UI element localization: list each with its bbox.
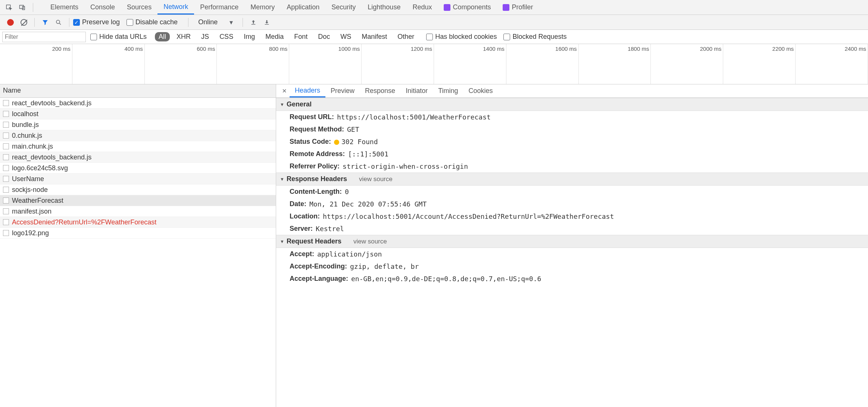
clear-button[interactable] [19,17,29,28]
timeline-tick: 400 ms [124,46,143,52]
record-button[interactable] [5,17,16,28]
throttle-select[interactable]: Online ▾ [195,18,236,27]
request-name: bundle.js [12,121,39,129]
response-headers-section[interactable]: ▼ Response Headers view source [276,173,868,186]
network-toolbar: ✓ Preserve log Disable cache Online ▾ [0,15,868,30]
request-row[interactable]: logo192.png [0,228,276,239]
view-source-link[interactable]: view source [359,175,393,183]
type-pill-all[interactable]: All [155,32,170,41]
request-url-key: Request URL: [290,113,334,121]
type-pill-xhr[interactable]: XHR [173,32,194,41]
request-row[interactable]: UserName [0,174,276,184]
close-icon[interactable]: × [279,87,290,95]
preserve-log-checkbox[interactable]: ✓ Preserve log [73,18,120,26]
type-pill-css[interactable]: CSS [216,32,237,41]
hide-data-urls-checkbox[interactable]: Hide data URLs [90,33,147,41]
blocked-requests-label: Blocked Requests [512,33,566,41]
svg-rect-5 [265,24,269,24]
detail-tab-response[interactable]: Response [360,84,400,97]
tab-console[interactable]: Console [84,0,121,15]
tab-profiler-label: Profiler [512,3,533,11]
separator [69,18,69,27]
request-row[interactable]: react_devtools_backend.js [0,98,276,109]
request-row[interactable]: bundle.js [0,119,276,130]
type-pill-media[interactable]: Media [262,32,287,41]
request-row[interactable]: react_devtools_backend.js [0,152,276,163]
remote-address-key: Remote Address: [290,150,345,158]
detail-tab-headers[interactable]: Headers [290,84,325,97]
upload-har-icon[interactable] [248,17,259,28]
type-pill-ws[interactable]: WS [337,32,355,41]
separator [34,18,35,27]
request-url-value: https://localhost:5001/WeatherForecast [337,113,491,121]
tab-elements[interactable]: Elements [44,0,84,15]
header-value: application/json [317,250,382,258]
tab-sources[interactable]: Sources [121,0,157,15]
tab-performance[interactable]: Performance [194,0,244,15]
file-icon [3,208,9,214]
detail-tab-initiator[interactable]: Initiator [400,84,433,97]
file-icon [3,176,9,182]
header-value: Mon, 21 Dec 2020 07:55:46 GMT [309,200,427,208]
filter-toggle-icon[interactable] [40,17,50,28]
svg-rect-1 [20,5,24,9]
detail-tab-timing[interactable]: Timing [433,84,463,97]
header-key: Accept: [290,250,314,258]
tab-memory[interactable]: Memory [244,0,281,15]
type-pill-other[interactable]: Other [394,32,418,41]
timeline-tick: 2400 ms [844,46,866,52]
request-headers-title: Request Headers [287,237,341,245]
file-icon [3,219,9,225]
triangle-down-icon: ▼ [280,177,284,182]
request-row[interactable]: manifest.json [0,206,276,217]
type-pill-img[interactable]: Img [240,32,259,41]
type-pill-manifest[interactable]: Manifest [358,32,391,41]
request-row[interactable]: sockjs-node [0,184,276,195]
request-row[interactable]: localhost [0,109,276,119]
filter-bar: Hide data URLs All XHR JS CSS Img Media … [0,30,868,44]
timeline[interactable]: 200 ms 400 ms 600 ms 800 ms 1000 ms 1200… [0,44,868,84]
request-row[interactable]: main.chunk.js [0,141,276,152]
tab-components[interactable]: Components [438,0,497,15]
request-row[interactable]: AccessDenied?ReturnUrl=%2FWeatherForecas… [0,217,276,228]
request-name: react_devtools_backend.js [12,99,91,107]
inspect-icon[interactable] [4,2,14,13]
timeline-tick: 1600 ms [555,46,577,52]
detail-tab-preview[interactable]: Preview [325,84,360,97]
general-title: General [287,100,312,108]
file-icon [3,111,9,117]
header-value: gzip, deflate, br [350,262,419,270]
request-list: react_devtools_backend.jslocalhostbundle… [0,98,276,407]
tab-redux[interactable]: Redux [406,0,438,15]
general-section[interactable]: ▼ General [276,98,868,111]
request-row[interactable]: logo.6ce24c58.svg [0,163,276,174]
request-row[interactable]: WeatherForecast [0,195,276,206]
header-key: Accept-Encoding: [290,262,347,270]
type-pill-js[interactable]: JS [197,32,213,41]
download-har-icon[interactable] [262,17,272,28]
view-source-link[interactable]: view source [353,238,387,245]
device-toggle-icon[interactable] [17,2,28,13]
separator [243,18,243,27]
tab-application[interactable]: Application [281,0,325,15]
file-icon [3,165,9,171]
request-row[interactable]: 0.chunk.js [0,130,276,141]
name-column-header[interactable]: Name [0,84,276,98]
tab-network[interactable]: Network [157,0,194,15]
has-blocked-cookies-checkbox[interactable]: Has blocked cookies [426,33,497,41]
detail-pane: × Headers Preview Response Initiator Tim… [276,84,868,407]
timeline-tick: 1200 ms [410,46,432,52]
react-icon [444,4,450,11]
detail-tab-cookies[interactable]: Cookies [463,84,498,97]
blocked-requests-checkbox[interactable]: Blocked Requests [503,33,566,41]
disable-cache-checkbox[interactable]: Disable cache [127,18,178,26]
request-headers-section[interactable]: ▼ Request Headers view source [276,235,868,248]
type-pill-doc[interactable]: Doc [314,32,334,41]
header-key: Accept-Language: [290,275,348,283]
tab-security[interactable]: Security [325,0,362,15]
filter-input[interactable] [2,32,86,42]
search-icon[interactable] [53,17,64,28]
tab-profiler[interactable]: Profiler [497,0,539,15]
type-pill-font[interactable]: Font [290,32,311,41]
tab-lighthouse[interactable]: Lighthouse [362,0,406,15]
